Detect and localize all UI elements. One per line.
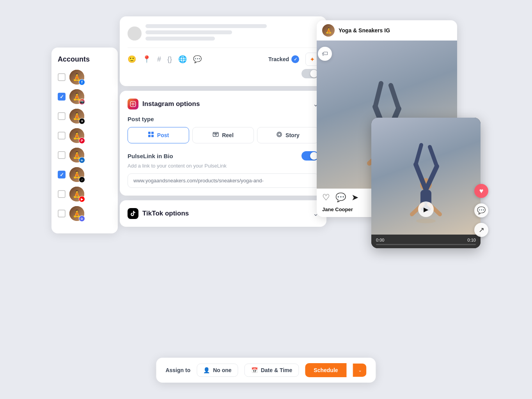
svg-rect-6 bbox=[151, 135, 154, 137]
schedule-dropdown-button[interactable]: ⌄ bbox=[353, 364, 367, 377]
svg-point-10 bbox=[277, 132, 282, 137]
svg-point-11 bbox=[278, 133, 281, 136]
account-avatar-facebook: 🧘 f bbox=[69, 70, 84, 85]
post-type-buttons: Post Reel bbox=[128, 127, 319, 143]
svg-point-2 bbox=[134, 102, 135, 103]
location-icon[interactable]: 📍 bbox=[142, 55, 151, 64]
tiktok-icon bbox=[128, 208, 138, 219]
account-avatar-pinterest: 🧘 P bbox=[69, 128, 84, 143]
instagram-options-title: Instagram options bbox=[142, 100, 200, 108]
assign-no-one-button[interactable]: 👤 No one bbox=[197, 364, 238, 377]
tiktok-preview-image: ▶ bbox=[371, 118, 481, 235]
tiktok-options-title: TikTok options bbox=[142, 210, 189, 217]
account-row-pinterest: 🧘 P bbox=[58, 128, 112, 143]
calendar-icon: 📅 bbox=[251, 367, 258, 373]
svg-rect-3 bbox=[148, 132, 151, 134]
account-avatar-youtube: 🧘 ▶ bbox=[69, 187, 84, 201]
composer-line-2 bbox=[145, 30, 232, 34]
svg-line-17 bbox=[391, 85, 399, 109]
reel-icon bbox=[213, 131, 219, 139]
account-row-facebook: 🧘 f bbox=[58, 70, 112, 85]
date-time-label: Date & Time bbox=[261, 367, 293, 373]
account-row-youtube: 🧘 ▶ bbox=[58, 187, 112, 201]
composer-line-1 bbox=[145, 24, 267, 28]
account-checkbox-tiktok[interactable] bbox=[58, 171, 66, 178]
account-checkbox-pinterest[interactable] bbox=[58, 132, 66, 139]
tiktok-share-icon[interactable]: ↗ bbox=[474, 223, 488, 237]
discord-badge: D bbox=[79, 215, 85, 222]
composer-user-avatar bbox=[128, 26, 142, 41]
account-checkbox-instagram[interactable] bbox=[58, 93, 66, 101]
no-one-label: No one bbox=[213, 367, 231, 373]
story-icon bbox=[276, 131, 282, 139]
tiktok-badge: ♪ bbox=[79, 177, 85, 183]
pulse-link-title: PulseLink in Bio bbox=[128, 153, 173, 159]
instagram-badge: 📷 bbox=[79, 99, 85, 105]
tiktok-progress-track bbox=[376, 244, 476, 245]
svg-point-22 bbox=[416, 219, 436, 223]
post-btn-label: Post bbox=[157, 132, 169, 138]
facebook-badge: f bbox=[79, 79, 85, 85]
assign-to-label: Assign to bbox=[165, 367, 190, 373]
schedule-button[interactable]: Schedule bbox=[305, 363, 346, 377]
account-row-linkedin: 🧘 in bbox=[58, 148, 112, 162]
reel-btn-label: Reel bbox=[222, 132, 234, 138]
account-checkbox-youtube[interactable] bbox=[58, 190, 66, 198]
tag-icon-button[interactable]: 🏷 bbox=[318, 47, 332, 61]
post-type-story-button[interactable]: Story bbox=[257, 127, 319, 143]
svg-rect-0 bbox=[130, 101, 135, 106]
pulse-link-row: PulseLink in Bio bbox=[128, 151, 319, 161]
account-avatar-twitter: 🧘 ✕ bbox=[69, 109, 84, 124]
hashtag-icon[interactable]: # bbox=[157, 55, 161, 64]
account-avatar-instagram: 🧘 📷 bbox=[69, 89, 84, 104]
svg-line-19 bbox=[375, 83, 381, 107]
svg-line-27 bbox=[430, 147, 437, 166]
account-avatar-linkedin: 🧘 in bbox=[69, 148, 84, 162]
instagram-options-header: Instagram options ⌄ bbox=[128, 99, 319, 109]
accounts-title: Accounts bbox=[58, 55, 112, 64]
mention-icon[interactable]: {} bbox=[167, 55, 172, 64]
pinterest-badge: P bbox=[79, 138, 85, 144]
pulse-link-toggle[interactable] bbox=[301, 151, 319, 161]
comment-icon[interactable]: 💬 bbox=[335, 192, 346, 203]
account-row-discord: 🧘 D bbox=[58, 206, 112, 221]
like-icon[interactable]: ♡ bbox=[322, 192, 330, 203]
account-checkbox-linkedin[interactable] bbox=[58, 151, 66, 159]
ig-preview-header: 🧘 Yoga & Sneakers IG bbox=[317, 20, 457, 41]
globe-icon[interactable]: 🌐 bbox=[178, 55, 187, 64]
instagram-options-card: Instagram options ⌄ Post type Post bbox=[120, 91, 326, 196]
svg-point-8 bbox=[215, 134, 216, 135]
post-grid-icon bbox=[148, 131, 154, 139]
svg-rect-5 bbox=[148, 135, 151, 137]
instagram-icon bbox=[128, 99, 138, 109]
tracked-indicator: Tracked ✓ bbox=[268, 55, 299, 63]
composer-toggle[interactable] bbox=[301, 69, 319, 78]
tiktok-progress-time: 0:00 0:10 bbox=[376, 238, 476, 242]
account-checkbox-discord[interactable] bbox=[58, 210, 66, 217]
tracked-check-icon: ✓ bbox=[291, 55, 299, 63]
tiktok-time-total: 0:10 bbox=[468, 238, 476, 242]
account-row-twitter: 🧘 ✕ bbox=[58, 109, 112, 124]
account-checkbox-facebook[interactable] bbox=[58, 73, 66, 81]
composer-card: 🙂 📍 # {} 🌐 💬 Tracked ✓ ✦ bbox=[120, 16, 326, 86]
tiktok-options-card: TikTok options ⌄ bbox=[120, 200, 326, 227]
pulse-link-url-input[interactable] bbox=[128, 173, 319, 188]
share-icon[interactable]: ➤ bbox=[351, 192, 358, 203]
youtube-badge: ▶ bbox=[79, 196, 85, 202]
composer-panel: 🙂 📍 # {} 🌐 💬 Tracked ✓ ✦ bbox=[120, 16, 326, 227]
tiktok-comment-icon[interactable]: 💬 bbox=[474, 203, 488, 217]
account-checkbox-twitter[interactable] bbox=[58, 112, 66, 120]
comment-icon[interactable]: 💬 bbox=[193, 55, 202, 64]
account-row-instagram: 🧘 📷 bbox=[58, 89, 112, 104]
tiktok-play-button[interactable]: ▶ bbox=[418, 201, 434, 217]
date-time-button[interactable]: 📅 Date & Time bbox=[245, 364, 299, 377]
tiktok-heart-icon[interactable]: ♥ bbox=[474, 184, 488, 198]
post-type-post-button[interactable]: Post bbox=[128, 127, 189, 143]
twitter-badge: ✕ bbox=[79, 118, 85, 124]
svg-rect-7 bbox=[213, 132, 218, 137]
emoji-icon[interactable]: 🙂 bbox=[128, 55, 136, 64]
tiktok-time-current: 0:00 bbox=[376, 238, 384, 242]
pulse-link-desc: Add a link to your content on your Pulse… bbox=[128, 163, 319, 169]
post-type-reel-button[interactable]: Reel bbox=[192, 127, 254, 143]
composer-header bbox=[128, 24, 319, 43]
